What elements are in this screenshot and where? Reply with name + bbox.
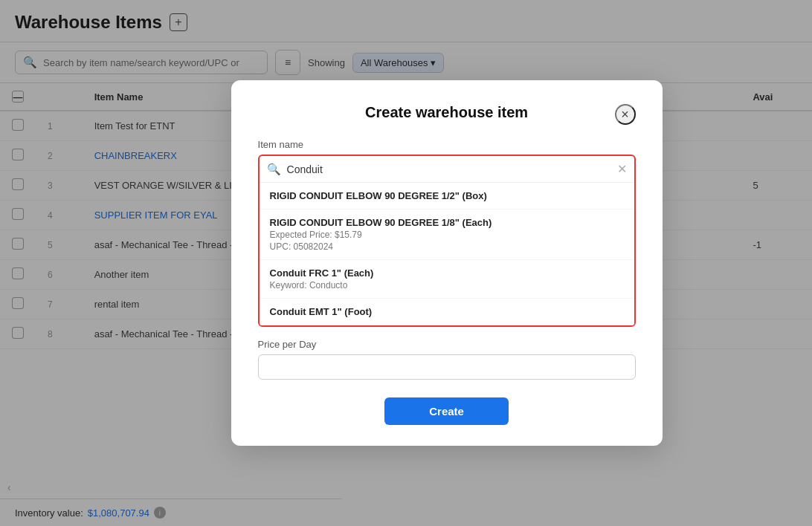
modal-header: Create warehouse item × [258,104,636,121]
item-name-group: Item name 🔍 ✕ RIGID CONDUIT ELBOW 90 DEG… [258,139,636,327]
item-name-label: Item name [258,139,636,150]
price-per-day-group: Price per Day [258,339,636,380]
dropdown-item[interactable]: Conduit EMT 1" (Foot) [260,299,634,325]
modal-footer: Create [258,397,636,425]
dropdown-item-title: RIGID CONDUIT ELBOW 90 DEGREE 1/8" (Each… [270,217,624,228]
dropdown-item-subtitle: Expected Price: $15.79 [270,230,624,240]
item-search-input-row: 🔍 ✕ [260,156,634,183]
price-per-day-input[interactable] [258,354,636,380]
item-search-dropdown: RIGID CONDUIT ELBOW 90 DEGREE 1/2" (Box)… [260,183,634,325]
dropdown-item-title: Conduit FRC 1" (Each) [270,267,624,279]
create-button[interactable]: Create [384,397,509,425]
item-name-search-container: 🔍 ✕ RIGID CONDUIT ELBOW 90 DEGREE 1/2" (… [258,155,636,327]
dropdown-item-title: RIGID CONDUIT ELBOW 90 DEGREE 1/2" (Box) [270,190,624,201]
dropdown-item[interactable]: Conduit FRC 1" (Each)Keyword: Conducto [260,260,634,299]
dropdown-item-subtitle: Keyword: Conducto [270,280,624,290]
create-warehouse-item-modal: Create warehouse item × Item name 🔍 ✕ RI… [231,80,663,446]
dropdown-item[interactable]: RIGID CONDUIT ELBOW 90 DEGREE 1/2" (Box) [260,183,634,210]
item-name-input[interactable] [287,163,611,175]
dropdown-item-extra: UPC: 05082024 [270,241,624,252]
item-search-icon: 🔍 [267,163,281,176]
price-per-day-label: Price per Day [258,339,636,350]
clear-search-icon[interactable]: ✕ [617,162,627,176]
modal-close-button[interactable]: × [615,104,636,125]
modal-title: Create warehouse item [365,104,528,120]
dropdown-item[interactable]: RIGID CONDUIT ELBOW 90 DEGREE 1/8" (Each… [260,210,634,260]
dropdown-item-title: Conduit EMT 1" (Foot) [270,306,624,317]
